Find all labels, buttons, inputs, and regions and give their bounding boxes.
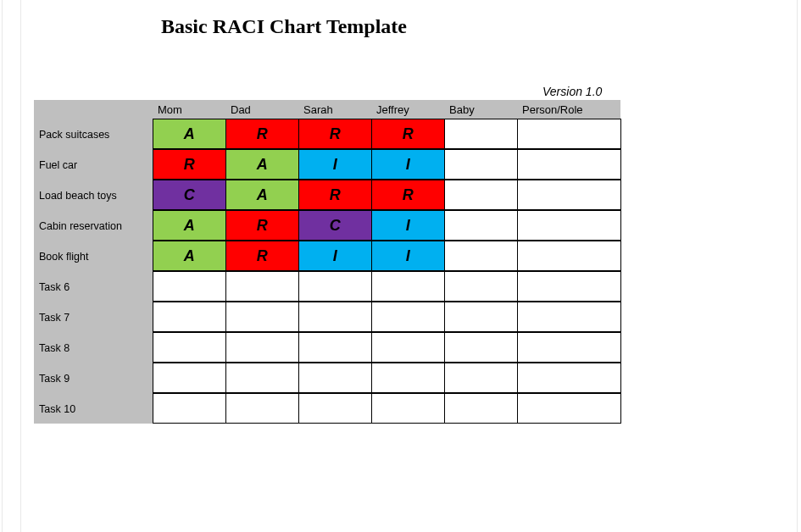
version-label: Version 1.0 <box>542 85 602 98</box>
raci-cell[interactable] <box>517 149 621 180</box>
raci-table: MomDadSarahJeffreyBabyPerson/RolePack su… <box>34 100 620 424</box>
raci-cell[interactable]: I <box>371 241 445 271</box>
raci-cell[interactable] <box>371 302 445 332</box>
task-label[interactable]: Task 7 <box>34 302 153 332</box>
raci-cell[interactable] <box>153 271 226 302</box>
raci-cell[interactable] <box>298 393 372 424</box>
raci-cell[interactable] <box>444 363 518 393</box>
raci-cell[interactable] <box>371 332 445 363</box>
raci-cell[interactable] <box>517 210 621 241</box>
raci-cell[interactable] <box>444 302 518 332</box>
raci-cell[interactable] <box>371 271 445 302</box>
raci-cell[interactable]: R <box>225 210 299 241</box>
raci-cell[interactable] <box>298 363 372 393</box>
column-header-baby[interactable]: Baby <box>444 100 517 119</box>
raci-cell[interactable]: R <box>371 119 445 149</box>
raci-cell[interactable]: R <box>153 149 226 180</box>
raci-cell[interactable]: A <box>153 210 226 241</box>
page-title: Basic RACI Chart Template <box>161 15 407 38</box>
task-label[interactable]: Task 9 <box>34 363 153 393</box>
raci-cell[interactable] <box>517 302 621 332</box>
raci-cell[interactable]: A <box>225 149 299 180</box>
column-header-dad[interactable]: Dad <box>225 100 298 119</box>
raci-cell[interactable]: R <box>225 119 299 149</box>
raci-cell[interactable]: I <box>298 149 372 180</box>
raci-cell[interactable]: R <box>225 241 299 271</box>
task-label[interactable]: Task 8 <box>34 332 153 363</box>
task-label[interactable]: Task 10 <box>34 393 153 424</box>
raci-cell[interactable]: I <box>371 149 445 180</box>
column-header-jeffrey[interactable]: Jeffrey <box>371 100 444 119</box>
raci-cell[interactable] <box>225 363 299 393</box>
task-label[interactable]: Pack suitcases <box>34 119 153 149</box>
raci-cell[interactable] <box>153 393 226 424</box>
raci-cell[interactable] <box>444 149 518 180</box>
raci-cell[interactable] <box>517 119 621 149</box>
raci-cell[interactable]: A <box>153 241 226 271</box>
raci-cell[interactable] <box>225 271 299 302</box>
raci-cell[interactable] <box>298 302 372 332</box>
raci-cell[interactable] <box>298 332 372 363</box>
raci-cell[interactable] <box>517 332 621 363</box>
raci-cell[interactable]: R <box>371 180 445 210</box>
task-label[interactable]: Task 6 <box>34 271 153 302</box>
raci-cell[interactable]: R <box>298 119 372 149</box>
raci-cell[interactable] <box>444 332 518 363</box>
raci-cell[interactable] <box>371 393 445 424</box>
raci-cell[interactable]: R <box>298 180 372 210</box>
raci-cell[interactable] <box>517 271 621 302</box>
raci-cell[interactable] <box>225 302 299 332</box>
raci-cell[interactable] <box>153 302 226 332</box>
task-label[interactable]: Load beach toys <box>34 180 153 210</box>
raci-cell[interactable] <box>225 393 299 424</box>
task-label[interactable]: Fuel car <box>34 149 153 180</box>
column-header-person-role[interactable]: Person/Role <box>517 100 620 119</box>
raci-cell[interactable]: I <box>371 210 445 241</box>
raci-cell[interactable] <box>225 332 299 363</box>
raci-cell[interactable] <box>153 363 226 393</box>
raci-cell[interactable] <box>371 363 445 393</box>
raci-cell[interactable] <box>444 210 518 241</box>
raci-cell[interactable]: A <box>153 119 226 149</box>
raci-cell[interactable]: I <box>298 241 372 271</box>
column-header-mom[interactable]: Mom <box>153 100 225 119</box>
raci-cell[interactable] <box>444 271 518 302</box>
raci-cell[interactable] <box>298 271 372 302</box>
raci-cell[interactable] <box>517 363 621 393</box>
raci-cell[interactable]: A <box>225 180 299 210</box>
raci-cell[interactable] <box>444 241 518 271</box>
raci-cell[interactable] <box>517 180 621 210</box>
raci-cell[interactable] <box>444 119 518 149</box>
raci-cell[interactable] <box>517 393 621 424</box>
raci-cell[interactable] <box>444 180 518 210</box>
column-header-sarah[interactable]: Sarah <box>298 100 371 119</box>
task-label[interactable]: Cabin reservation <box>34 210 153 241</box>
raci-cell[interactable] <box>444 393 518 424</box>
raci-cell[interactable]: C <box>298 210 372 241</box>
raci-cell[interactable] <box>153 332 226 363</box>
raci-cell[interactable] <box>517 241 621 271</box>
task-label[interactable]: Book flight <box>34 241 153 271</box>
raci-cell[interactable]: C <box>153 180 226 210</box>
